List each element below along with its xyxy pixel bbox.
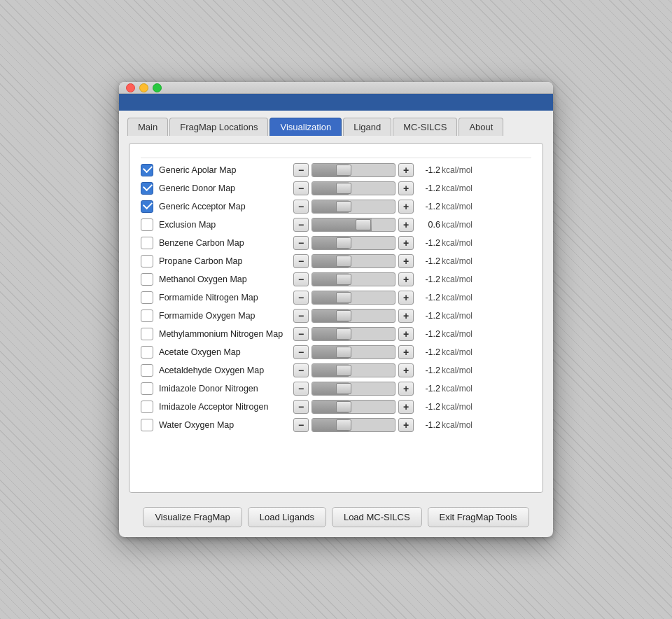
row-checkbox-3[interactable] [141, 218, 153, 231]
load-ligands-button[interactable]: Load Ligands [248, 507, 326, 527]
row-checkbox-12[interactable] [141, 382, 153, 395]
tab-visualization[interactable]: Visualization [270, 118, 342, 136]
minus-btn-5[interactable]: − [293, 254, 309, 268]
tabs-bar: MainFragMap LocationsVisualizationLigand… [119, 111, 553, 136]
slider-track-8[interactable] [312, 309, 396, 323]
minus-btn-9[interactable]: − [293, 327, 309, 341]
row-checkbox-2[interactable] [141, 200, 153, 213]
tab-main[interactable]: Main [127, 118, 168, 136]
main-window: MainFragMap LocationsVisualizationLigand… [119, 82, 553, 537]
visualize-button[interactable]: Visualize FragMap [143, 507, 241, 527]
row-checkbox-9[interactable] [141, 328, 153, 340]
slider-thumb-9[interactable] [336, 328, 351, 340]
slider-track-4[interactable] [312, 236, 396, 250]
minus-btn-12[interactable]: − [293, 382, 309, 396]
minus-btn-4[interactable]: − [293, 236, 309, 250]
row-unit-9: kcal/mol [442, 329, 472, 339]
row-checkbox-4[interactable] [141, 237, 153, 249]
plus-btn-13[interactable]: + [398, 400, 414, 414]
row-checkbox-13[interactable] [141, 401, 153, 413]
row-checkbox-6[interactable] [141, 273, 153, 286]
row-checkbox-5[interactable] [141, 255, 153, 267]
row-label-2: Generic Acceptor Map [159, 202, 293, 211]
row-checkbox-14[interactable] [141, 419, 153, 431]
slider-track-6[interactable] [312, 272, 396, 286]
slider-track-14[interactable] [312, 418, 396, 432]
map-rows-container: Generic Apolar Map−+-1.2kcal/molGeneric … [141, 161, 531, 434]
slider-thumb-2[interactable] [336, 201, 351, 212]
row-checkbox-1[interactable] [141, 182, 153, 195]
slider-thumb-6[interactable] [336, 274, 351, 285]
slider-group-11: −+ [293, 363, 414, 377]
plus-btn-3[interactable]: + [398, 218, 414, 232]
plus-btn-11[interactable]: + [398, 363, 414, 377]
minimize-button[interactable] [139, 83, 148, 92]
minus-btn-7[interactable]: − [293, 291, 309, 305]
plus-btn-9[interactable]: + [398, 327, 414, 341]
plus-btn-2[interactable]: + [398, 200, 414, 214]
slider-track-3[interactable] [312, 218, 396, 232]
slider-track-1[interactable] [312, 181, 396, 195]
slider-thumb-10[interactable] [336, 347, 351, 358]
minus-btn-2[interactable]: − [293, 200, 309, 214]
slider-track-13[interactable] [312, 400, 396, 414]
load-mc-silcs-button[interactable]: Load MC-SILCS [332, 507, 422, 527]
plus-btn-5[interactable]: + [398, 254, 414, 268]
slider-track-12[interactable] [312, 382, 396, 396]
slider-thumb-7[interactable] [336, 292, 351, 303]
plus-btn-1[interactable]: + [398, 181, 414, 195]
slider-track-9[interactable] [312, 327, 396, 341]
minus-btn-14[interactable]: − [293, 418, 309, 432]
plus-btn-12[interactable]: + [398, 382, 414, 396]
map-row: Benzene Carbon Map−+-1.2kcal/mol [141, 234, 531, 252]
tab-ligand[interactable]: Ligand [343, 118, 391, 136]
slider-thumb-13[interactable] [336, 401, 351, 412]
minus-btn-1[interactable]: − [293, 181, 309, 195]
slider-thumb-0[interactable] [336, 165, 351, 176]
plus-btn-7[interactable]: + [398, 291, 414, 305]
row-checkbox-11[interactable] [141, 364, 153, 377]
map-row: Formamide Oxygen Map−+-1.2kcal/mol [141, 307, 531, 325]
plus-btn-14[interactable]: + [398, 418, 414, 432]
row-checkbox-8[interactable] [141, 310, 153, 322]
row-checkbox-10[interactable] [141, 346, 153, 359]
row-checkbox-7[interactable] [141, 291, 153, 304]
slider-thumb-11[interactable] [336, 365, 351, 376]
plus-btn-6[interactable]: + [398, 272, 414, 286]
slider-thumb-1[interactable] [336, 183, 351, 194]
minus-btn-0[interactable]: − [293, 163, 309, 177]
plus-btn-10[interactable]: + [398, 345, 414, 359]
row-value-8: -1.2 [414, 311, 440, 321]
slider-track-11[interactable] [312, 363, 396, 377]
exit-button[interactable]: Exit FragMap Tools [428, 507, 529, 527]
slider-track-10[interactable] [312, 345, 396, 359]
plus-btn-4[interactable]: + [398, 236, 414, 250]
row-label-10: Acetate Oxygen Map [159, 347, 293, 357]
slider-track-5[interactable] [312, 254, 396, 268]
minus-btn-3[interactable]: − [293, 218, 309, 232]
minus-btn-11[interactable]: − [293, 363, 309, 377]
plus-btn-8[interactable]: + [398, 309, 414, 323]
slider-track-0[interactable] [312, 163, 396, 177]
slider-thumb-14[interactable] [336, 419, 351, 431]
slider-thumb-3[interactable] [356, 219, 371, 230]
tab-mc-silcs[interactable]: MC-SILCS [393, 118, 457, 136]
slider-track-2[interactable] [312, 200, 396, 214]
minus-btn-13[interactable]: − [293, 400, 309, 414]
minus-btn-10[interactable]: − [293, 345, 309, 359]
map-row: Generic Apolar Map−+-1.2kcal/mol [141, 161, 531, 179]
slider-thumb-4[interactable] [336, 237, 351, 249]
maximize-button[interactable] [153, 83, 162, 92]
plus-btn-0[interactable]: + [398, 163, 414, 177]
close-button[interactable] [126, 83, 135, 92]
map-row: Imidazole Donor Nitrogen−+-1.2kcal/mol [141, 380, 531, 398]
slider-thumb-5[interactable] [336, 256, 351, 267]
slider-track-7[interactable] [312, 291, 396, 305]
minus-btn-8[interactable]: − [293, 309, 309, 323]
tab-fragmap-locations[interactable]: FragMap Locations [169, 118, 268, 136]
row-checkbox-0[interactable] [141, 164, 153, 176]
slider-thumb-12[interactable] [336, 383, 351, 394]
minus-btn-6[interactable]: − [293, 272, 309, 286]
slider-thumb-8[interactable] [336, 310, 351, 321]
tab-about[interactable]: About [458, 118, 503, 136]
